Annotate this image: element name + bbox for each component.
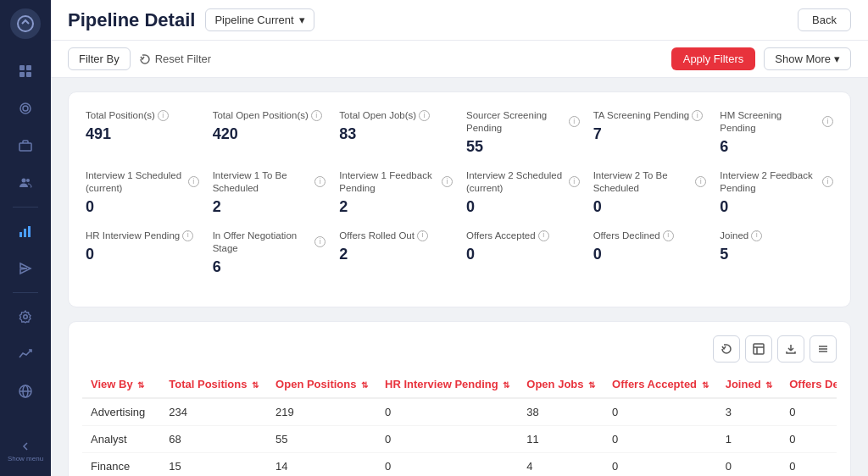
info-icon[interactable]: i: [314, 176, 326, 187]
stat-item: Interview 2 Feedback Pending i 0: [720, 169, 833, 216]
info-icon[interactable]: i: [538, 230, 549, 241]
info-icon[interactable]: i: [569, 176, 580, 187]
chart-icon[interactable]: [9, 215, 42, 247]
list-icon: [817, 343, 829, 355]
globe-icon[interactable]: [9, 375, 42, 407]
stat-item: Sourcer Screening Pending i 55: [466, 109, 580, 156]
pipeline-dropdown[interactable]: Pipeline Current ▾: [205, 8, 314, 31]
info-icon[interactable]: i: [311, 110, 322, 121]
stat-label: In Offer Negotiation Stage i: [213, 230, 326, 255]
sort-icon: ⇅: [588, 380, 595, 390]
stat-item: Joined i 5: [720, 230, 833, 276]
info-icon[interactable]: i: [188, 176, 199, 187]
reset-icon: [139, 53, 151, 65]
stats-row-1: Total Position(s) i 491 Total Open Posit…: [86, 109, 833, 156]
briefcase-icon[interactable]: [9, 130, 42, 162]
stat-item: In Offer Negotiation Stage i 6: [213, 230, 326, 276]
svg-point-8: [22, 179, 26, 183]
stat-value: 6: [213, 258, 326, 276]
table-header[interactable]: HR Interview Pending ⇅: [376, 371, 518, 398]
table-header[interactable]: Joined ⇅: [717, 371, 782, 398]
info-icon[interactable]: i: [751, 230, 762, 241]
filter-by-button[interactable]: Filter By: [68, 47, 131, 70]
stat-value: 0: [593, 198, 707, 216]
table-header[interactable]: Open Jobs ⇅: [518, 371, 604, 398]
table-row: Finance1514040000: [82, 452, 837, 476]
show-menu-button[interactable]: Show menu: [3, 434, 48, 468]
stat-label: Interview 1 Feedback Pending i: [339, 169, 453, 195]
analytics-icon[interactable]: [9, 338, 42, 370]
list-view-button[interactable]: [810, 335, 837, 363]
table-cell: 0: [376, 398, 518, 426]
settings-icon[interactable]: [9, 301, 42, 333]
info-icon[interactable]: i: [695, 176, 706, 187]
stat-label: TA Screening Pending i: [593, 109, 707, 122]
table-cell: 0: [717, 452, 782, 476]
stat-value: 2: [339, 198, 453, 216]
stat-label: Total Open Job(s) i: [339, 109, 453, 122]
main-content: Pipeline Detail Pipeline Current ▾ Back …: [51, 0, 868, 476]
send-icon[interactable]: [9, 252, 42, 285]
show-more-button[interactable]: Show More ▾: [764, 47, 851, 70]
back-button[interactable]: Back: [798, 8, 851, 31]
table-cell: 4: [518, 452, 604, 476]
stat-label: Sourcer Screening Pending i: [466, 109, 580, 135]
info-icon[interactable]: i: [822, 176, 833, 187]
stat-item: Offers Accepted i 0: [466, 230, 580, 276]
info-icon[interactable]: i: [314, 236, 326, 247]
stat-item: Offers Declined i 0: [593, 230, 707, 276]
info-icon[interactable]: i: [569, 116, 580, 127]
table-row: Advertising2342190380301: [82, 398, 837, 426]
people-icon[interactable]: [9, 167, 42, 199]
sort-icon: ⇅: [503, 380, 509, 390]
table-header[interactable]: Total Positions ⇅: [160, 371, 267, 398]
table-cell: 0: [604, 398, 717, 426]
svg-point-0: [18, 16, 33, 31]
table-cell: 11: [518, 425, 604, 452]
stat-value: 7: [593, 125, 707, 143]
target-icon[interactable]: [9, 92, 42, 125]
table-cell: Advertising: [82, 398, 160, 426]
stats-row-3: HR Interview Pending i 0 In Offer Negoti…: [86, 230, 833, 276]
chevron-down-icon: ▾: [834, 53, 840, 65]
table-cell: 55: [267, 425, 376, 452]
sort-icon: ⇅: [765, 380, 772, 390]
table-cell: 15: [160, 452, 267, 476]
table-header[interactable]: View By ⇅: [82, 371, 160, 398]
table-cell: 234: [160, 398, 267, 426]
info-icon[interactable]: i: [417, 230, 428, 241]
table-cell: 1: [717, 425, 782, 452]
export-button[interactable]: [777, 335, 804, 363]
refresh-button[interactable]: [713, 335, 740, 363]
stat-label: Offers Rolled Out i: [339, 230, 453, 242]
stat-value: 5: [720, 246, 833, 263]
stat-label: Total Open Position(s) i: [213, 109, 326, 122]
table-header[interactable]: Offers Declined ⇅: [781, 371, 837, 398]
info-icon[interactable]: i: [419, 110, 430, 121]
reset-filter-button[interactable]: Reset Filter: [139, 53, 211, 65]
divider-2: [13, 292, 38, 293]
content-area: Total Position(s) i 491 Total Open Posit…: [51, 78, 868, 476]
apply-filters-button[interactable]: Apply Filters: [671, 47, 756, 70]
stat-label: Interview 2 To Be Scheduled i: [593, 169, 707, 195]
table-cell: 0: [781, 425, 837, 452]
data-table: View By ⇅Total Positions ⇅Open Positions…: [82, 371, 837, 476]
table-cell: 68: [160, 425, 267, 452]
stat-value: 2: [213, 198, 326, 216]
info-icon[interactable]: i: [822, 116, 833, 127]
info-icon[interactable]: i: [182, 230, 193, 241]
info-icon[interactable]: i: [158, 110, 169, 121]
table-cell: 3: [717, 398, 782, 426]
info-icon[interactable]: i: [692, 110, 703, 121]
stat-label: Offers Accepted i: [466, 230, 580, 242]
download-icon: [785, 343, 797, 355]
table-header[interactable]: Open Positions ⇅: [267, 371, 376, 398]
info-icon[interactable]: i: [442, 176, 453, 187]
export-csv-button[interactable]: [745, 335, 772, 363]
table-header[interactable]: Offers Accepted ⇅: [604, 371, 717, 398]
table-card: View By ⇅Total Positions ⇅Open Positions…: [68, 321, 851, 476]
table-cell: 0: [604, 425, 717, 452]
stat-item: TA Screening Pending i 7: [593, 109, 707, 156]
info-icon[interactable]: i: [663, 230, 674, 241]
grid-icon[interactable]: [9, 55, 42, 87]
